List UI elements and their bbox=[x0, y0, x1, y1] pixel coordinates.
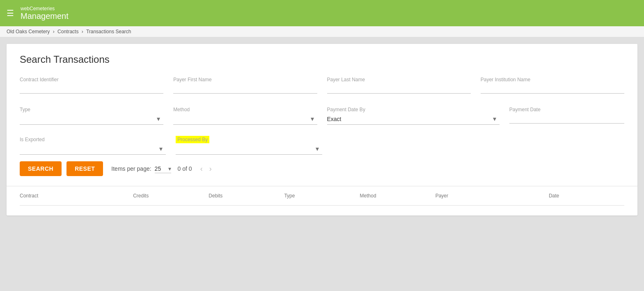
form-row-1: Contract Identifier Payer First Name Pay… bbox=[20, 77, 624, 97]
payer-institution-name-field: Payer Institution Name bbox=[481, 77, 624, 97]
results-table-header: Contract Credits Debits Type Method Paye… bbox=[20, 186, 624, 206]
payer-institution-name-label: Payer Institution Name bbox=[481, 77, 624, 82]
items-per-page-label: Items per page: bbox=[111, 165, 151, 172]
method-field: Method Cash Check Credit Card ▾ bbox=[173, 107, 317, 127]
method-select[interactable]: Cash Check Credit Card bbox=[173, 116, 317, 122]
main-content: Search Transactions Contract Identifier … bbox=[7, 44, 637, 215]
processed-by-field: Processed By ▾ bbox=[176, 137, 322, 155]
payer-institution-name-input[interactable] bbox=[481, 83, 624, 94]
is-exported-label: Is Exported bbox=[20, 137, 166, 142]
contract-identifier-label: Contract Identifier bbox=[20, 77, 163, 82]
payment-date-by-field: Payment Date By Exact Range ▾ bbox=[327, 107, 500, 127]
payment-date-input[interactable] bbox=[509, 113, 624, 124]
payment-date-by-select[interactable]: Exact Range bbox=[327, 116, 500, 122]
prev-page-button[interactable]: ‹ bbox=[199, 163, 204, 175]
breadcrumb-current: Transactions Search bbox=[86, 29, 131, 34]
reset-button[interactable]: RESET bbox=[66, 161, 103, 176]
type-select[interactable]: Option 1 Option 2 bbox=[20, 116, 163, 122]
col-method: Method bbox=[360, 193, 435, 199]
payment-date-label: Payment Date bbox=[509, 107, 624, 112]
col-contract: Contract bbox=[20, 193, 133, 199]
app-title: Management bbox=[21, 11, 69, 21]
col-type: Type bbox=[284, 193, 360, 199]
app-header: ☰ webCemeteries Management bbox=[0, 0, 644, 26]
method-label: Method bbox=[173, 107, 317, 112]
form-row-2: Type Option 1 Option 2 ▾ Method Cash Che… bbox=[20, 107, 624, 127]
breadcrumb-contracts[interactable]: Contracts bbox=[57, 29, 78, 34]
type-label: Type bbox=[20, 107, 163, 112]
page-title: Search Transactions bbox=[20, 54, 624, 65]
app-subtitle: webCemeteries bbox=[21, 6, 69, 11]
menu-icon[interactable]: ☰ bbox=[7, 8, 14, 18]
processed-by-select[interactable] bbox=[176, 146, 322, 152]
payer-last-name-input[interactable] bbox=[327, 83, 471, 94]
col-credits: Credits bbox=[133, 193, 209, 199]
breadcrumb-cemetery[interactable]: Old Oaks Cemetery bbox=[7, 29, 50, 34]
payer-first-name-label: Payer First Name bbox=[173, 77, 317, 82]
page-count: 0 of 0 bbox=[178, 165, 192, 172]
type-field: Type Option 1 Option 2 ▾ bbox=[20, 107, 163, 127]
app-title-block: webCemeteries Management bbox=[21, 6, 69, 21]
pagination-info: Items per page: 25 50 100 ▾ 0 of 0 ‹ › bbox=[111, 163, 213, 175]
is-exported-select[interactable]: Yes No bbox=[20, 146, 166, 152]
items-per-page-wrapper: 25 50 100 ▾ bbox=[155, 165, 171, 173]
payer-first-name-input[interactable] bbox=[173, 83, 317, 94]
payment-date-field: Payment Date bbox=[509, 107, 624, 127]
payer-last-name-label: Payer Last Name bbox=[327, 77, 471, 82]
payer-first-name-field: Payer First Name bbox=[173, 77, 317, 97]
next-page-button[interactable]: › bbox=[208, 163, 213, 175]
col-payer: Payer bbox=[435, 193, 549, 199]
contract-identifier-field: Contract Identifier bbox=[20, 77, 163, 97]
col-date: Date bbox=[549, 193, 624, 199]
col-debits: Debits bbox=[209, 193, 284, 199]
processed-by-label: Processed By bbox=[176, 137, 322, 142]
payment-date-by-label: Payment Date By bbox=[327, 107, 500, 112]
breadcrumb: Old Oaks Cemetery › Contracts › Transact… bbox=[0, 26, 644, 37]
payer-last-name-field: Payer Last Name bbox=[327, 77, 471, 97]
search-button[interactable]: SEARCH bbox=[20, 161, 62, 176]
is-exported-field: Is Exported Yes No ▾ bbox=[20, 137, 166, 155]
empty-field bbox=[332, 137, 625, 155]
form-row-3: Is Exported Yes No ▾ Processed By ▾ bbox=[20, 137, 624, 155]
contract-identifier-input[interactable] bbox=[20, 83, 163, 94]
action-row: SEARCH RESET Items per page: 25 50 100 ▾… bbox=[20, 161, 624, 176]
items-per-page-select[interactable]: 25 50 100 bbox=[155, 165, 171, 173]
